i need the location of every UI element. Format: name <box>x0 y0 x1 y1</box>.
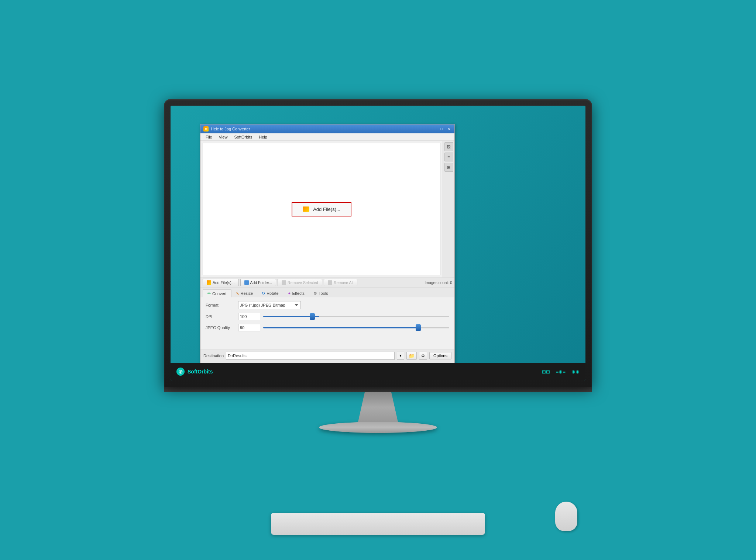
effects-tab-label: Effects <box>292 291 305 296</box>
jpeg-quality-row: JPEG Quality <box>206 324 449 331</box>
taskbar-right-icons: ⊞⊟ ≡⊕≡ ⊕⊕ <box>542 369 580 375</box>
destination-path-input[interactable] <box>226 352 395 360</box>
toolbar-list-btn[interactable]: ≡ <box>444 153 453 161</box>
mouse <box>555 502 577 531</box>
screen-taskbar: ◎ SoftOrbits ⊞⊟ ≡⊕≡ ⊕⊕ <box>171 363 585 380</box>
maximize-button[interactable]: □ <box>438 126 445 132</box>
monitor-bezel: 🖼 Heic to Jpg Converter — □ ✕ File View … <box>164 99 592 387</box>
format-select[interactable]: JPG (*.jpg) JPEG Bitmap <box>238 301 301 309</box>
taskbar-brand-name: SoftOrbits <box>188 369 213 375</box>
title-bar: 🖼 Heic to Jpg Converter — □ ✕ <box>200 124 454 133</box>
jpeg-quality-label: JPEG Quality <box>206 325 235 330</box>
taskbar-brand: ◎ SoftOrbits <box>176 368 213 376</box>
dpi-slider-thumb[interactable] <box>310 313 315 320</box>
menu-softorbits[interactable]: SoftOrbits <box>231 134 255 140</box>
monitor: 🖼 Heic to Jpg Converter — □ ✕ File View … <box>157 99 599 461</box>
right-toolbar: 🖼 ≡ ⊞ <box>443 141 454 277</box>
remove-selected-icon <box>282 280 286 285</box>
remove-selected-button[interactable]: Remove Selected <box>278 279 322 286</box>
file-drop-area[interactable]: Add File(s)... <box>203 143 440 275</box>
format-select-wrapper: JPG (*.jpg) JPEG Bitmap <box>238 301 301 309</box>
convert-tab-label: Convert <box>212 291 227 296</box>
taskbar-icon-1[interactable]: ⊞⊟ <box>542 369 550 375</box>
title-bar-left: 🖼 Heic to Jpg Converter <box>203 126 250 132</box>
add-folder-button[interactable]: Add Folder... <box>240 279 276 286</box>
tab-convert[interactable]: ✏ Convert <box>203 289 231 297</box>
add-folder-label: Add Folder... <box>250 280 272 285</box>
settings-panel: Format JPG (*.jpg) JPEG Bitmap DPI <box>200 297 454 349</box>
settings-gear-icon: ⚙ <box>421 354 425 358</box>
quality-slider-thumb[interactable] <box>416 324 421 331</box>
close-button[interactable]: ✕ <box>446 126 452 132</box>
quality-slider-container <box>263 327 449 328</box>
dpi-label: DPI <box>206 314 235 319</box>
dpi-slider-track <box>263 316 449 317</box>
remove-all-button[interactable]: Remove All <box>324 279 357 286</box>
tools-tab-icon: ⚙ <box>313 291 317 296</box>
tab-effects[interactable]: ✦ Effects <box>283 290 309 297</box>
tab-tools[interactable]: ⚙ Tools <box>309 290 333 297</box>
tab-rotate[interactable]: ↻ Rotate <box>257 290 283 297</box>
format-row: Format JPG (*.jpg) JPEG Bitmap <box>206 301 449 309</box>
title-bar-controls: — □ ✕ <box>431 126 452 132</box>
tab-resize[interactable]: ⤡ Resize <box>231 290 258 297</box>
destination-browse-button[interactable]: 📁 <box>406 352 417 360</box>
add-file-center-label: Add File(s)... <box>313 206 340 212</box>
monitor-base <box>319 422 437 433</box>
dpi-input[interactable] <box>238 313 260 320</box>
monitor-chin <box>164 387 592 392</box>
taskbar-icon-2[interactable]: ≡⊕≡ <box>556 369 566 375</box>
options-button[interactable]: Options <box>429 352 451 359</box>
destination-label: Destination <box>203 354 224 358</box>
format-label: Format <box>206 303 235 307</box>
action-bar: Add File(s)... Add Folder... Remove Sele… <box>200 277 454 288</box>
images-count: Images count: 0 <box>425 280 452 285</box>
menu-bar: File View SoftOrbits Help <box>200 133 454 141</box>
remove-selected-label: Remove Selected <box>288 280 318 285</box>
menu-file[interactable]: File <box>203 134 215 140</box>
monitor-screen: 🖼 Heic to Jpg Converter — □ ✕ File View … <box>171 106 585 380</box>
main-content: Add File(s)... 🖼 ≡ ⊞ <box>200 141 454 277</box>
add-files-icon <box>207 280 211 285</box>
add-file-center-button[interactable]: Add File(s)... <box>292 202 351 216</box>
remove-all-icon <box>328 280 332 285</box>
convert-tab-icon: ✏ <box>207 291 211 296</box>
toolbar-grid-btn[interactable]: ⊞ <box>444 163 453 172</box>
tab-bar: ✏ Convert ⤡ Resize ↻ Rotate ✦ Effects <box>200 288 454 297</box>
taskbar-icon-3[interactable]: ⊕⊕ <box>571 369 580 375</box>
remove-all-label: Remove All <box>334 280 353 285</box>
jpeg-quality-input[interactable] <box>238 324 260 331</box>
keyboard <box>271 513 485 535</box>
app-icon: 🖼 <box>203 126 209 132</box>
app-window: 🖼 Heic to Jpg Converter — □ ✕ File View … <box>200 124 455 380</box>
quality-slider-track <box>263 327 449 328</box>
resize-tab-label: Resize <box>241 291 253 296</box>
toolbar-preview-btn[interactable]: 🖼 <box>444 142 453 151</box>
window-title: Heic to Jpg Converter <box>211 127 250 131</box>
destination-bar: Destination ▼ 📁 ⚙ Options <box>200 349 454 362</box>
add-files-button[interactable]: Add File(s)... <box>203 279 239 286</box>
folder-icon <box>244 280 249 285</box>
softorbits-logo-icon: ◎ <box>176 368 185 376</box>
file-icon <box>303 206 309 212</box>
browse-folder-icon: 📁 <box>409 353 415 359</box>
rotate-tab-icon: ↻ <box>262 291 265 296</box>
resize-tab-icon: ⤡ <box>236 291 239 296</box>
destination-settings-button[interactable]: ⚙ <box>419 352 427 360</box>
add-files-label: Add File(s)... <box>213 280 235 285</box>
dpi-slider-container <box>263 316 449 317</box>
menu-view[interactable]: View <box>216 134 231 140</box>
menu-help[interactable]: Help <box>256 134 270 140</box>
dpi-row: DPI <box>206 313 449 320</box>
monitor-neck <box>356 392 400 422</box>
tools-tab-label: Tools <box>319 291 328 296</box>
minimize-button[interactable]: — <box>431 126 437 132</box>
rotate-tab-label: Rotate <box>267 291 278 296</box>
effects-tab-icon: ✦ <box>288 291 291 296</box>
